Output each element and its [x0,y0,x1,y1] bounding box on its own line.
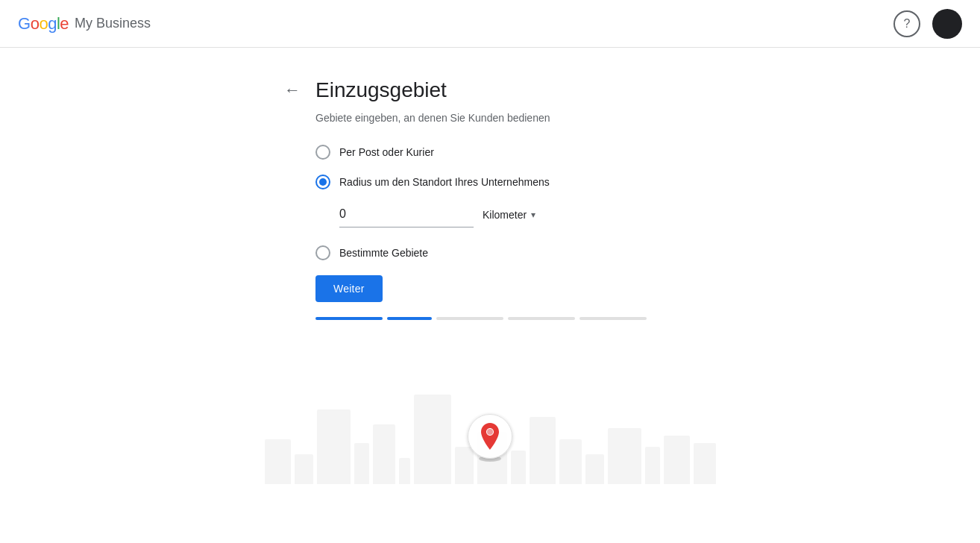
map-pin-area [468,414,512,462]
action-section: Weiter [281,275,699,302]
radius-input-row: Kilometer ▾ [339,201,699,227]
building-4 [354,443,369,484]
building-10 [511,451,526,484]
radio-option-post[interactable]: Per Post oder Kurier [315,145,699,160]
dropdown-arrow-icon: ▾ [531,210,535,220]
building-3 [317,409,351,484]
google-letter-g: G [18,14,31,34]
svg-point-0 [487,429,493,435]
radio-label-post: Per Post oder Kurier [339,146,434,158]
building-15 [645,447,660,484]
header-left: Google My Business [18,14,151,34]
radio-circle-post [315,145,330,160]
weiter-button[interactable]: Weiter [315,275,383,302]
progress-bar-4 [508,317,575,320]
pin-circle [468,414,512,459]
building-2 [295,454,313,484]
page-title: Einzugsgebiet [315,78,447,102]
back-arrow-icon: ← [284,81,301,100]
page-subtitle: Gebiete eingeben, an denen Sie Kunden be… [281,112,699,124]
building-17 [694,443,716,484]
question-mark-icon: ? [904,17,911,31]
google-logo: Google [18,14,69,34]
options-container-specific: Bestimmte Gebiete [281,245,699,260]
progress-section [281,317,699,320]
building-13 [585,454,604,484]
google-letter-e: e [60,14,69,34]
app-name: My Business [75,16,151,31]
map-pin-icon [479,423,501,450]
building-11 [530,417,556,484]
building-1 [265,439,291,484]
title-row: ← Einzugsgebiet [281,78,699,103]
google-letter-g2: g [48,14,57,34]
building-6 [399,458,410,484]
radio-label-radius: Radius um den Standort Ihres Unternehmen… [339,176,550,188]
radius-section: Kilometer ▾ [281,201,699,227]
building-5 [373,424,395,484]
progress-bar-5 [579,317,647,320]
radio-label-specific: Bestimmte Gebiete [339,247,428,259]
radio-circle-specific [315,245,330,260]
progress-bar-3 [436,317,503,320]
radio-option-radius[interactable]: Radius um den Standort Ihres Unternehmen… [315,175,699,189]
building-12 [559,439,582,484]
header: Google My Business ? [0,0,980,48]
content-card: ← Einzugsgebiet Gebiete eingeben, an den… [266,78,714,320]
progress-bar-2 [387,317,432,320]
options-container: Per Post oder Kurier Radius um den Stand… [281,145,699,189]
unit-label: Kilometer [483,209,527,221]
radius-input[interactable] [339,201,474,227]
radio-circle-radius [315,175,330,189]
progress-bar-1 [315,317,383,320]
radio-option-specific[interactable]: Bestimmte Gebiete [315,245,699,260]
building-16 [664,436,690,484]
back-button[interactable]: ← [281,78,304,103]
building-14 [608,428,641,484]
unit-dropdown[interactable]: Kilometer ▾ [483,209,535,221]
google-letter-o2: o [39,14,48,34]
building-7 [414,395,451,484]
header-right: ? [893,9,962,39]
google-letter-o1: o [31,14,40,34]
main-content: ← Einzugsgebiet Gebiete eingeben, an den… [0,48,980,484]
help-button[interactable]: ? [893,10,920,37]
avatar[interactable] [932,9,962,39]
